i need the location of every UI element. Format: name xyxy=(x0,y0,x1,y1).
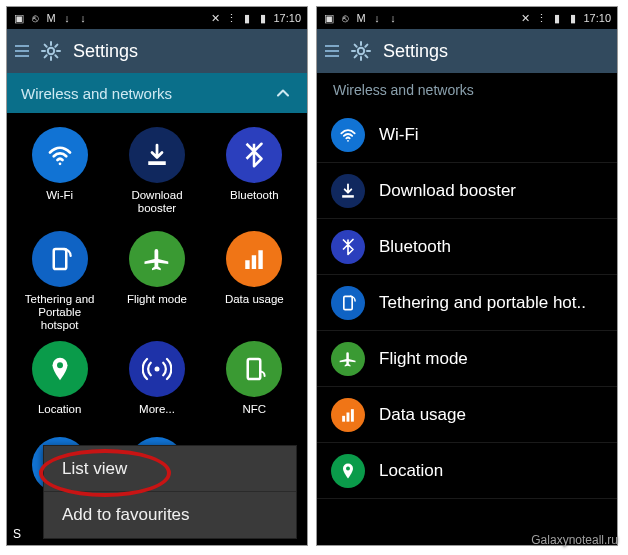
download-icon xyxy=(331,174,365,208)
status-bar: ▣ ⎋ M ↓ ↓ ✕ ⋮ ▮ ▮ 17:10 xyxy=(7,7,307,29)
list-item-wifi[interactable]: Wi-Fi xyxy=(317,107,617,163)
grid-item-label: Bluetooth xyxy=(230,189,279,202)
grid-item-label: Downloadbooster xyxy=(131,189,182,215)
list-item-label: Bluetooth xyxy=(379,237,451,257)
list-item-tether[interactable]: Tethering and portable hot.. xyxy=(317,275,617,331)
context-menu: List view Add to favourites xyxy=(43,445,297,539)
pin-icon xyxy=(32,341,88,397)
bluetooth-icon xyxy=(226,127,282,183)
vibrate-icon: ✕ xyxy=(519,12,531,24)
list-item-label: Tethering and portable hot.. xyxy=(379,293,586,313)
grid-item-bluetooth[interactable]: Bluetooth xyxy=(208,127,301,223)
wifi-icon xyxy=(331,118,365,152)
grid-item-download[interactable]: Downloadbooster xyxy=(110,127,203,223)
battery-icon: ▮ xyxy=(257,12,269,24)
list-item-bars[interactable]: Data usage xyxy=(317,387,617,443)
wifi-icon xyxy=(32,127,88,183)
nfc-icon xyxy=(226,341,282,397)
download-icon: ↓ xyxy=(371,12,383,24)
list-item-plane[interactable]: Flight mode xyxy=(317,331,617,387)
plane-icon xyxy=(331,342,365,376)
bluetooth-icon xyxy=(331,230,365,264)
status-bar: ▣ ⎋ M ↓ ↓ ✕ ⋮ ▮ ▮ 17:10 xyxy=(317,7,617,29)
app-bar: Settings xyxy=(7,29,307,73)
grid-item-tether[interactable]: Tethering andPortablehotspot xyxy=(13,231,106,333)
bars-icon xyxy=(226,231,282,287)
list-item-label: Data usage xyxy=(379,405,466,425)
grid-item-bars[interactable]: Data usage xyxy=(208,231,301,333)
menu-add-favourites-label: Add to favourites xyxy=(62,505,190,525)
grid-item-label: Data usage xyxy=(225,293,284,306)
tether-icon xyxy=(331,286,365,320)
grid-item-label: Tethering andPortablehotspot xyxy=(25,293,95,333)
battery-icon: ▮ xyxy=(567,12,579,24)
usb-icon: ⎋ xyxy=(29,12,41,24)
plane-icon xyxy=(129,231,185,287)
clock: 17:10 xyxy=(583,12,611,24)
wifi-icon: ⋮ xyxy=(225,12,237,24)
download-icon xyxy=(129,127,185,183)
app-bar: Settings xyxy=(317,29,617,73)
phone-grid-view: ▣ ⎋ M ↓ ↓ ✕ ⋮ ▮ ▮ 17:10 Settings Wireles… xyxy=(6,6,308,546)
wifi-icon: ⋮ xyxy=(535,12,547,24)
grid-item-antenna[interactable]: More... xyxy=(110,341,203,437)
screenshot-icon: ▣ xyxy=(13,12,25,24)
vibrate-icon: ✕ xyxy=(209,12,221,24)
bars-icon xyxy=(331,398,365,432)
app-title: Settings xyxy=(383,41,448,62)
grid-item-label: Flight mode xyxy=(127,293,187,306)
phone-list-view: ▣ ⎋ M ↓ ↓ ✕ ⋮ ▮ ▮ 17:10 Settings Wireles… xyxy=(316,6,618,546)
signal-icon: ▮ xyxy=(551,12,563,24)
section-title: Wireless and networks xyxy=(21,85,172,102)
app-title: Settings xyxy=(73,41,138,62)
download-icon: ↓ xyxy=(387,12,399,24)
gear-icon xyxy=(349,39,373,63)
grid-item-label: More... xyxy=(139,403,175,416)
drawer-icon[interactable] xyxy=(15,45,29,57)
grid-item-label: Location xyxy=(38,403,81,416)
list-item-label: Download booster xyxy=(379,181,516,201)
pin-icon xyxy=(331,454,365,488)
download-icon: ↓ xyxy=(61,12,73,24)
grid-item-label: Wi-Fi xyxy=(46,189,73,202)
list-item-bluetooth[interactable]: Bluetooth xyxy=(317,219,617,275)
list-item-download[interactable]: Download booster xyxy=(317,163,617,219)
list-item-label: Location xyxy=(379,461,443,481)
menu-list-view[interactable]: List view xyxy=(44,446,296,492)
grid-item-label: NFC xyxy=(243,403,267,416)
section-title: Wireless and networks xyxy=(333,82,474,98)
menu-add-favourites[interactable]: Add to favourites xyxy=(44,492,296,538)
signal-icon: ▮ xyxy=(241,12,253,24)
chevron-up-icon xyxy=(273,83,293,103)
antenna-icon xyxy=(129,341,185,397)
grid-item-pin[interactable]: Location xyxy=(13,341,106,437)
grid-item-plane[interactable]: Flight mode xyxy=(110,231,203,333)
list-item-pin[interactable]: Location xyxy=(317,443,617,499)
clock: 17:10 xyxy=(273,12,301,24)
list-item-label: Wi-Fi xyxy=(379,125,419,145)
drawer-icon[interactable] xyxy=(325,45,339,57)
menu-list-view-label: List view xyxy=(62,459,127,479)
usb-icon: ⎋ xyxy=(339,12,351,24)
mail-icon: M xyxy=(45,12,57,24)
list-item-label: Flight mode xyxy=(379,349,468,369)
section-header[interactable]: Wireless and networks xyxy=(7,73,307,113)
screenshot-icon: ▣ xyxy=(323,12,335,24)
grid-item-wifi[interactable]: Wi-Fi xyxy=(13,127,106,223)
section-header: Wireless and networks xyxy=(317,73,617,107)
gear-icon xyxy=(39,39,63,63)
partial-label: S xyxy=(13,527,21,541)
mail-icon: M xyxy=(355,12,367,24)
watermark: Galaxynoteall.ru xyxy=(531,533,618,547)
tether-icon xyxy=(32,231,88,287)
download-icon: ↓ xyxy=(77,12,89,24)
grid-item-nfc[interactable]: NFC xyxy=(208,341,301,437)
